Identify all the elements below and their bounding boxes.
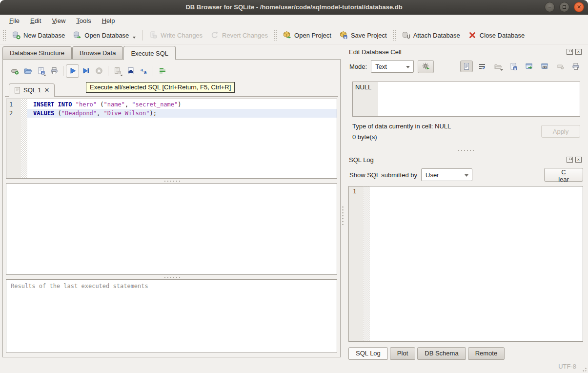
editor-line-numbers: 1 2 <box>6 99 21 178</box>
sql-toolbar: aa <box>5 62 338 80</box>
revert-changes-button[interactable]: Revert Changes <box>206 28 272 42</box>
dock-splitter[interactable] <box>347 148 583 152</box>
menu-view[interactable]: View <box>46 16 71 26</box>
results-grid-pane[interactable] <box>6 183 337 275</box>
word-wrap-icon <box>478 62 486 70</box>
dock-tab-plot[interactable]: Plot <box>390 347 415 360</box>
log-filter-select[interactable]: User <box>421 168 472 181</box>
new-sql-tab-button[interactable] <box>8 64 21 78</box>
execute-line-button[interactable] <box>79 64 92 78</box>
dock-tab-sql-log[interactable]: SQL Log <box>348 347 388 360</box>
log-content-area[interactable] <box>370 186 583 341</box>
open-sql-file-button[interactable] <box>21 64 34 78</box>
mode-select[interactable]: Text <box>371 60 414 73</box>
titlebar[interactable]: DB Browser for SQLite - /home/user/code/… <box>0 0 588 15</box>
save-results-dropdown-icon[interactable] <box>120 75 123 76</box>
left-panel: Database Structure Browse Data Execute S… <box>0 44 343 360</box>
write-changes-icon <box>149 31 158 40</box>
app-window: DB Browser for SQLite - /home/user/code/… <box>0 0 588 373</box>
results-splitter[interactable] <box>5 275 338 279</box>
edit-cell-close-button[interactable]: × <box>575 49 582 55</box>
revert-changes-icon <box>210 31 219 40</box>
print-cell-button[interactable] <box>569 61 582 72</box>
sql-tab-1[interactable]: SQL 1 ✕ <box>9 83 55 97</box>
set-null-icon <box>556 62 564 70</box>
write-changes-label: Write Changes <box>161 32 203 39</box>
cell-edit-area[interactable] <box>378 82 580 116</box>
text-mode-button[interactable] <box>460 61 473 72</box>
toolbar-handle[interactable] <box>2 30 6 41</box>
editor-splitter[interactable] <box>5 179 338 183</box>
menu-tools[interactable]: Tools <box>71 16 96 26</box>
toolbar-handle[interactable] <box>392 30 396 41</box>
code-line-1: INSERT INTO "hero" ("name", "secret_name… <box>27 100 337 109</box>
sql-tab-close-icon[interactable]: ✕ <box>44 87 49 93</box>
save-project-icon <box>339 31 348 40</box>
apply-button[interactable]: Apply <box>541 125 580 138</box>
format-sql-button[interactable] <box>156 64 169 78</box>
auto-apply-button[interactable] <box>418 60 434 73</box>
close-button[interactable]: ✕ <box>574 2 584 12</box>
save-sql-file-icon <box>37 67 45 75</box>
editor-fold-margin <box>21 99 27 178</box>
dock-tab-db-schema[interactable]: DB Schema <box>417 347 466 360</box>
close-database-button[interactable]: Close Database <box>464 28 529 42</box>
open-project-button[interactable]: Open Project <box>279 28 335 42</box>
minimize-button[interactable]: – <box>545 2 555 12</box>
editor-code-area[interactable]: INSERT INTO "hero" ("name", "secret_name… <box>27 99 337 178</box>
sql-log-close-button[interactable]: × <box>575 157 582 163</box>
copy-link-button[interactable] <box>538 61 551 72</box>
set-null-button[interactable] <box>554 61 567 72</box>
log-filter-label: Show SQL submitted by <box>349 171 417 179</box>
find-icon <box>127 67 135 75</box>
print-icon <box>50 67 58 75</box>
replace-icon: aa <box>140 67 148 75</box>
tab-database-structure[interactable]: Database Structure <box>2 46 72 59</box>
stop-execution-button[interactable] <box>92 64 105 78</box>
menu-edit[interactable]: Edit <box>25 16 46 26</box>
save-sql-file-button[interactable] <box>34 64 47 78</box>
menu-help[interactable]: Help <box>97 16 121 26</box>
maximize-button[interactable] <box>559 2 569 12</box>
replace-button[interactable]: aa <box>137 64 150 78</box>
open-database-button[interactable]: Open Database <box>69 28 140 42</box>
import-data-button[interactable] <box>491 61 504 72</box>
save-sql-dropdown-icon[interactable] <box>43 75 46 76</box>
execute-all-button[interactable] <box>66 64 79 78</box>
open-database-dropdown-icon[interactable] <box>133 37 136 39</box>
results-message-pane[interactable]: Results of the last executed statements <box>6 279 337 353</box>
clear-log-button[interactable]: Clear <box>544 168 583 182</box>
resize-grip[interactable] <box>581 366 587 372</box>
export-data-button[interactable] <box>507 61 520 72</box>
encoding-indicator[interactable]: UTF-8 <box>558 363 576 370</box>
execute-line-icon <box>82 67 90 75</box>
sql-log-float-button[interactable] <box>567 157 573 163</box>
sql-editor[interactable]: 1 2 INSERT INTO "hero" ("name", "secret_… <box>6 99 337 179</box>
close-icon: ✕ <box>577 4 581 10</box>
cell-editor[interactable]: NULL <box>352 82 580 117</box>
close-database-label: Close Database <box>480 32 525 39</box>
find-button[interactable] <box>124 64 137 78</box>
edit-cell-float-button[interactable] <box>567 49 573 55</box>
open-in-app-button[interactable] <box>523 61 535 72</box>
save-as-icon <box>509 62 517 70</box>
import-dropdown-icon[interactable] <box>500 69 503 71</box>
sql-log-view[interactable]: 1 <box>348 186 583 342</box>
sql-toolbar-separator <box>63 66 63 76</box>
write-changes-button[interactable]: Write Changes <box>145 28 206 42</box>
print-sql-button[interactable] <box>47 64 61 78</box>
dock-tab-remote[interactable]: Remote <box>468 347 505 360</box>
attach-database-icon <box>402 31 410 40</box>
toolbar-handle[interactable] <box>273 30 277 41</box>
save-results-button[interactable] <box>111 64 124 78</box>
open-sql-file-icon <box>24 67 32 75</box>
word-wrap-button[interactable] <box>476 61 488 72</box>
menu-file[interactable]: File <box>4 16 25 26</box>
vertical-splitter[interactable] <box>342 206 345 225</box>
save-project-button[interactable]: Save Project <box>335 28 391 42</box>
tab-execute-sql[interactable]: Execute SQL <box>123 46 176 60</box>
new-database-button[interactable]: New Database <box>8 28 69 42</box>
tab-browse-data[interactable]: Browse Data <box>72 46 123 59</box>
right-panel: Edit Database Cell × Mode: Text <box>343 44 588 360</box>
attach-database-button[interactable]: Attach Database <box>398 28 464 42</box>
